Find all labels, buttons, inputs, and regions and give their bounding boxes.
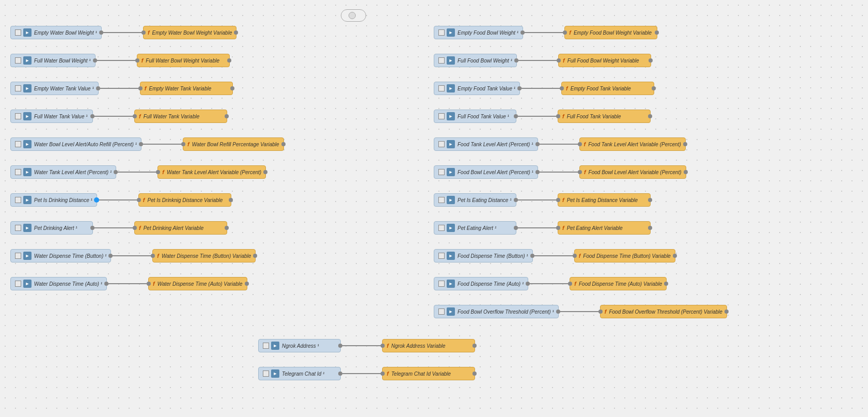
output-dot-lw9	[108, 254, 113, 258]
input-label-lw5: Water Bowl Level Alert/Auto Refill (Perc…	[34, 142, 137, 147]
checkbox-lw10[interactable]	[15, 281, 21, 287]
input-node-lw9[interactable]: ►Water Dispense Time (Button) ¹	[10, 249, 111, 262]
input-node-lw6[interactable]: ►Water Tank Level Alert (Percent) ¹	[10, 165, 116, 179]
func-input-dot-rf9	[573, 254, 577, 258]
checkbox-rf10[interactable]	[438, 281, 445, 287]
checkbox-lw4[interactable]	[15, 113, 21, 119]
checkbox-rf1[interactable]	[438, 29, 445, 36]
input-label-rf6: Food Bowl Level Alert (Percent) ¹	[457, 169, 533, 175]
func-node-rf5[interactable]: fFood Tank Level Alert Variable (Percent…	[579, 137, 686, 151]
func-node-bn2[interactable]: fTelegram Chat Id Variable	[382, 367, 475, 380]
func-label-rf5: Food Tank Level Alert Variable (Percent)	[588, 142, 681, 147]
checkbox-rf7[interactable]	[438, 197, 445, 203]
input-node-rf1[interactable]: ►Empty Food Bowl Weight ¹	[434, 26, 523, 39]
output-dot-lw10	[104, 282, 108, 286]
input-node-bn2[interactable]: ►Telegram Chat Id ¹	[258, 367, 341, 380]
checkbox-rf6[interactable]	[438, 169, 445, 175]
func-node-lw3[interactable]: fEmpty Water Tank Variable	[140, 82, 233, 95]
arrow-icon-rf10: ►	[447, 280, 455, 288]
arrow-icon-bn1: ►	[271, 342, 279, 350]
input-node-rf4[interactable]: ►Full Food Tank Value ¹	[434, 110, 516, 123]
input-node-rf5[interactable]: ►Food Tank Level Alert (Percent) ¹	[434, 137, 538, 151]
input-node-rf10[interactable]: ►Food Dispense Time (Auto) ¹	[434, 277, 528, 290]
input-node-bn1[interactable]: ►Ngrok Address ¹	[258, 339, 341, 352]
checkbox-lw8[interactable]	[15, 225, 21, 231]
checkbox-lw6[interactable]	[15, 169, 21, 175]
func-node-bn1[interactable]: fNgrok Address Variable	[382, 339, 475, 352]
input-node-lw10[interactable]: ►Water Dispense Time (Auto) ¹	[10, 277, 107, 290]
func-node-lw6[interactable]: fWater Tank Level Alert Variable (Percen…	[157, 165, 266, 179]
input-node-lw7[interactable]: ►Pet Is Drinking Distance ¹	[10, 193, 97, 207]
checkbox-lw9[interactable]	[15, 253, 21, 259]
input-node-rf9[interactable]: ►Food Dispense Time (Button) ¹	[434, 249, 533, 262]
func-node-lw2[interactable]: fFull Water Bowl Weight Variable	[137, 54, 230, 67]
func-node-lw7[interactable]: fPet Is Drinknig Distance Variable	[138, 193, 231, 207]
func-node-lw4[interactable]: fFull Water Tank Variable	[134, 110, 227, 123]
connector-line-rf7	[516, 199, 558, 200]
func-node-lw10[interactable]: fWater Dispense Time (Auto) Variable	[148, 277, 247, 290]
checkbox-rf2[interactable]	[438, 57, 445, 64]
func-node-rf8[interactable]: fPet Eating Alert Variable	[558, 221, 651, 235]
func-node-rf7[interactable]: fPet Is Eating Distance Variable	[558, 193, 651, 207]
node-group-lw4: ►Full Water Tank Value ¹fFull Water Tank…	[10, 110, 227, 123]
checkbox-lw1[interactable]	[15, 29, 21, 36]
func-node-rf11[interactable]: fFood Bowl Overflow Threshold (Percent) …	[600, 305, 727, 318]
input-node-rf6[interactable]: ►Food Bowl Level Alert (Percent) ¹	[434, 165, 538, 179]
func-node-rf1[interactable]: fEmpty Food Bowl Weight Variable	[564, 26, 657, 39]
input-node-lw2[interactable]: ►Full Water Bowl Weight ¹	[10, 54, 96, 67]
checkbox-rf11[interactable]	[438, 308, 445, 315]
checkbox-rf4[interactable]	[438, 113, 445, 119]
input-label-lw4: Full Water Tank Value ¹	[34, 114, 88, 119]
node-group-lw1: ►Empty Water Bowl Weight ¹fEmpty Water B…	[10, 26, 236, 39]
input-node-lw8[interactable]: ►Pet Drinking Alert ¹	[10, 221, 93, 235]
func-output-dot-lw5	[281, 142, 286, 146]
checkbox-lw3[interactable]	[15, 85, 21, 91]
node-group-rf9: ►Food Dispense Time (Button) ¹fFood Disp…	[434, 249, 675, 262]
func-input-dot-lw3	[138, 86, 143, 90]
input-node-rf3[interactable]: ►Empty Food Tank Value ¹	[434, 82, 520, 95]
input-node-rf2[interactable]: ►Full Food Bowl Weight ¹	[434, 54, 517, 67]
func-node-rf4[interactable]: fFull Food Tank Variable	[558, 110, 651, 123]
connector-line-rf2	[517, 60, 558, 61]
input-node-lw4[interactable]: ►Full Water Tank Value ¹	[10, 110, 93, 123]
func-icon-lw2: f	[141, 57, 144, 64]
input-node-rf11[interactable]: ►Food Bowl Overflow Threshold (Percent) …	[434, 305, 559, 318]
input-node-rf7[interactable]: ►Pet Is Eating Distance ¹	[434, 193, 516, 207]
checkbox-rf9[interactable]	[438, 253, 445, 259]
func-node-rf2[interactable]: fFull Food Bowl Weight Variable	[558, 54, 651, 67]
checkbox-rf5[interactable]	[438, 141, 445, 147]
func-label-lw6: Water Tank Level Alert Variable (Percent…	[167, 169, 261, 175]
checkbox-bn1[interactable]	[263, 343, 269, 349]
func-label-bn2: Telegram Chat Id Variable	[391, 371, 451, 377]
func-label-rf3: Empty Food Tank Variable	[571, 86, 631, 91]
checkbox-rf3[interactable]	[438, 85, 445, 91]
checkbox-rf8[interactable]	[438, 225, 445, 231]
connector-line-lw3	[99, 88, 140, 89]
func-node-rf9[interactable]: fFood Dispense Time (Button) Variable	[574, 249, 675, 262]
node-group-rf6: ►Food Bowl Level Alert (Percent) ¹fFood …	[434, 165, 686, 179]
output-dot-lw6	[114, 170, 118, 174]
node-group-rf3: ►Empty Food Tank Value ¹fEmpty Food Tank…	[434, 82, 654, 95]
input-node-rf8[interactable]: ►Pet Eating Alert ¹	[434, 221, 516, 235]
input-node-lw3[interactable]: ►Empty Water Tank Value ¹	[10, 82, 99, 95]
user-settings-button[interactable]	[341, 9, 366, 22]
checkbox-lw2[interactable]	[15, 57, 21, 64]
func-node-rf6[interactable]: fFood Bowl Level Alert Variable (Percent…	[579, 165, 686, 179]
func-node-rf3[interactable]: fEmpty Food Tank Variable	[561, 82, 654, 95]
node-group-lw6: ►Water Tank Level Alert (Percent) ¹fWate…	[10, 165, 266, 179]
input-label-lw8: Pet Drinking Alert ¹	[34, 225, 77, 231]
func-label-rf7: Pet Is Eating Distance Variable	[567, 197, 638, 203]
func-node-rf10[interactable]: fFood Dispense Time (Auto) Variable	[570, 277, 667, 290]
func-label-rf8: Pet Eating Alert Variable	[567, 225, 623, 231]
func-input-dot-rf3	[560, 86, 564, 90]
func-node-lw1[interactable]: fEmpty Water Bowl Weight Variable	[143, 26, 237, 39]
checkbox-bn2[interactable]	[263, 370, 269, 377]
func-node-lw8[interactable]: fPet Drinking Alert Variable	[134, 221, 227, 235]
input-node-lw1[interactable]: ►Empty Water Bowl Weight ¹	[10, 26, 102, 39]
checkbox-lw7[interactable]	[15, 197, 21, 203]
input-node-lw5[interactable]: ►Water Bowl Level Alert/Auto Refill (Per…	[10, 137, 141, 151]
func-output-dot-rf4	[648, 114, 652, 118]
func-node-lw5[interactable]: fWater Bowl Refill Percentage Variable	[183, 137, 284, 151]
checkbox-lw5[interactable]	[15, 141, 21, 147]
func-node-lw9[interactable]: fWater Dispense Time (Button) Variable	[152, 249, 256, 262]
